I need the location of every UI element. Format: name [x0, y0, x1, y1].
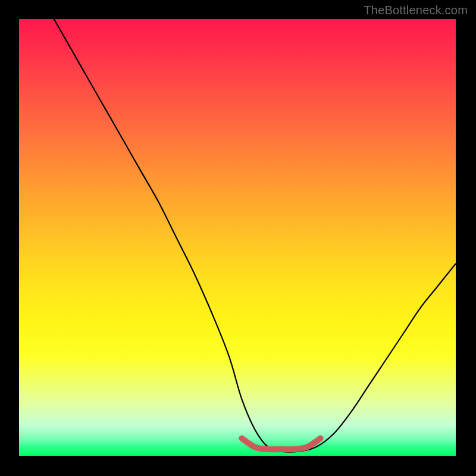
optimal-zone-marker [242, 439, 320, 450]
curve-layer [19, 19, 456, 456]
chart-frame: TheBottleneck.com [0, 0, 476, 476]
bottleneck-curve [54, 19, 456, 452]
watermark-text: TheBottleneck.com [364, 4, 468, 17]
plot-gradient-area [19, 19, 456, 456]
